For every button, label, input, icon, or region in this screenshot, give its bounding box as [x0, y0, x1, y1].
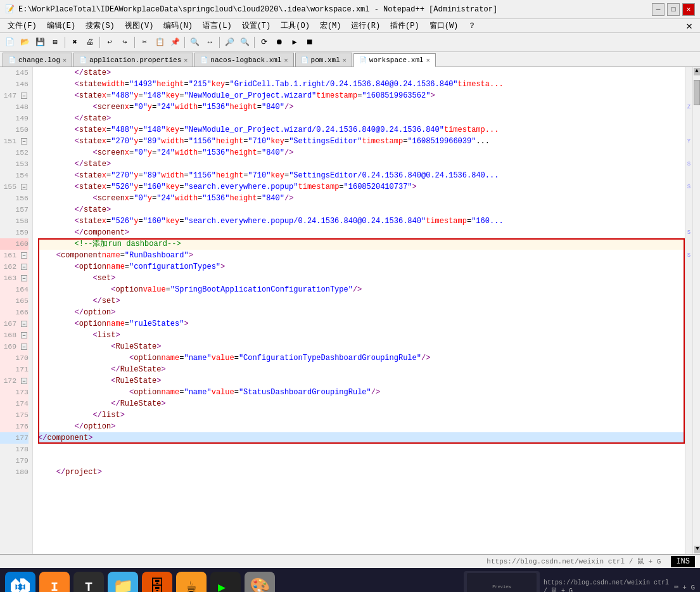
- ln-175: 175: [0, 409, 29, 421]
- collapse-161[interactable]: −: [21, 252, 27, 259]
- tab-pom-close[interactable]: ✕: [343, 56, 347, 64]
- tb-new[interactable]: 📄: [3, 35, 16, 49]
- taskbar: I T 📁 🗄 ☕ ▶_ 🎨 Preview https://blog.csdn…: [0, 568, 700, 592]
- ln-170: 170: [0, 352, 29, 364]
- tb-save[interactable]: 💾: [33, 35, 47, 49]
- tb-sep3: [134, 37, 135, 48]
- taskbar-java[interactable]: ☕: [176, 572, 207, 592]
- collapse-168[interactable]: −: [21, 332, 27, 338]
- menu-file[interactable]: 文件(F): [3, 19, 42, 32]
- menu-view[interactable]: 视图(V): [120, 19, 159, 32]
- tb-open[interactable]: 📂: [18, 35, 32, 49]
- code-line-146: <state width="1493" height="215" key="Gr…: [38, 79, 685, 90]
- tb-close[interactable]: ✖: [68, 35, 82, 49]
- taskbar-intellij[interactable]: I: [39, 572, 70, 592]
- menu-close-button[interactable]: ✕: [681, 20, 697, 32]
- editor-container: 145 146 147 − 148 149 150 151 − 152 153 …: [0, 67, 700, 554]
- collapse-172[interactable]: −: [21, 378, 27, 384]
- code-line-151: <state x="270" y="89" width="1156" heigh…: [38, 136, 685, 147]
- right-margin: Z Y S S S S: [685, 67, 692, 554]
- margin-y: Y: [685, 136, 692, 147]
- tb-zoom-in[interactable]: 🔎: [222, 35, 236, 49]
- scrollbar-thumb[interactable]: [694, 80, 700, 105]
- tb-stop[interactable]: ⏹: [303, 35, 317, 49]
- taskbar-files[interactable]: 📁: [108, 572, 138, 592]
- minimize-button[interactable]: —: [652, 3, 665, 16]
- menu-macro[interactable]: 宏(M): [315, 19, 347, 32]
- menu-window[interactable]: 窗口(W): [424, 19, 464, 32]
- tb-search[interactable]: 🔍: [188, 35, 201, 49]
- code-line-164: <option value="SpringBootApplicationConf…: [38, 284, 685, 295]
- ln-149: 149: [0, 113, 29, 124]
- tb-sep4: [184, 37, 185, 48]
- tb-rec[interactable]: ⏺: [272, 35, 286, 49]
- tb-redo[interactable]: ↪: [118, 35, 132, 49]
- code-line-156: <screen x="0" y="24" width="1536" height…: [38, 193, 685, 204]
- tb-paste[interactable]: 📌: [168, 35, 182, 49]
- collapse-167[interactable]: −: [21, 321, 27, 327]
- taskbar-typora[interactable]: T: [73, 572, 104, 592]
- close-button[interactable]: ✕: [682, 3, 695, 16]
- tb-save-all[interactable]: ⊞: [48, 35, 62, 49]
- tab-logback[interactable]: 📄 nacos-logback.xml ✕: [194, 53, 293, 67]
- menu-help[interactable]: ？: [463, 19, 481, 32]
- ln-157: 157: [0, 204, 29, 216]
- ln-154: 154: [0, 170, 29, 181]
- menu-run[interactable]: 运行(R): [346, 19, 385, 32]
- maximize-button[interactable]: □: [667, 3, 680, 16]
- code-line-145: </state>: [38, 67, 685, 79]
- vertical-scrollbar[interactable]: ▲ ▼: [692, 67, 700, 554]
- margin-s4: S: [685, 250, 692, 261]
- tb-undo[interactable]: ↩: [103, 35, 117, 49]
- status-bar: https://blog.csdn.net/weixin ctrl / 鼠 + …: [0, 554, 700, 568]
- menu-encoding[interactable]: 编码(N): [158, 19, 198, 32]
- collapse-169[interactable]: −: [21, 344, 27, 350]
- tb-play[interactable]: ▶: [288, 35, 302, 49]
- tab-appprops-close[interactable]: ✕: [184, 56, 188, 64]
- tb-replace[interactable]: ↔: [203, 35, 217, 49]
- tab-logback-close[interactable]: ✕: [284, 56, 288, 64]
- tb-copy[interactable]: 📋: [153, 35, 167, 49]
- menu-plugins[interactable]: 插件(P): [385, 19, 424, 32]
- ln-177: 177: [0, 432, 29, 444]
- collapse-162[interactable]: −: [21, 264, 27, 270]
- taskbar-vscode[interactable]: [5, 572, 35, 592]
- menu-bar: 文件(F) 编辑(E) 搜索(S) 视图(V) 编码(N) 语言(L) 设置(T…: [0, 19, 700, 33]
- tab-changelog-close[interactable]: ✕: [63, 56, 67, 64]
- collapse-147[interactable]: −: [21, 93, 27, 99]
- tab-workspace[interactable]: 📄 workspace.xml ✕: [353, 53, 436, 67]
- tab-appprops[interactable]: 📄 application.properties ✕: [73, 53, 193, 67]
- menu-edit[interactable]: 编辑(E): [42, 19, 81, 32]
- tb-zoom-out[interactable]: 🔍: [238, 35, 251, 49]
- tab-appprops-icon: 📄: [79, 56, 87, 64]
- ln-158: 158: [0, 216, 29, 227]
- ln-161: 161 −: [0, 250, 29, 261]
- code-line-180: </project>: [38, 467, 685, 478]
- code-line-177: </component>: [38, 432, 685, 444]
- code-line-158: <state x="526" y="160" key="search.every…: [38, 216, 685, 227]
- title-buttons: — □ ✕: [652, 3, 695, 16]
- tb-cut[interactable]: ✂: [137, 35, 151, 49]
- menu-settings[interactable]: 设置(T): [237, 19, 276, 32]
- tab-pom[interactable]: 📄 pom.xml ✕: [295, 53, 352, 67]
- menu-tools[interactable]: 工具(O): [276, 19, 315, 32]
- ln-168: 168 −: [0, 330, 29, 341]
- menu-search[interactable]: 搜索(S): [80, 19, 120, 32]
- tb-print[interactable]: 🖨: [83, 35, 97, 49]
- collapse-163[interactable]: −: [21, 275, 27, 281]
- taskbar-gimp[interactable]: 🎨: [245, 572, 275, 592]
- collapse-155[interactable]: −: [21, 184, 27, 190]
- menu-language[interactable]: 语言(L): [198, 19, 237, 32]
- taskbar-terminal[interactable]: ▶_: [210, 572, 241, 592]
- tab-changelog[interactable]: 📄 change.log ✕: [3, 53, 72, 67]
- code-line-172: <RuleState>: [38, 375, 685, 387]
- taskbar-dbtool[interactable]: 🗄: [142, 572, 172, 592]
- code-area[interactable]: </state> <state width="1493" height="215…: [33, 67, 685, 554]
- tb-sync[interactable]: ⟳: [257, 35, 271, 49]
- tab-workspace-close[interactable]: ✕: [426, 56, 430, 64]
- ln-147: 147 −: [0, 90, 29, 101]
- title-bar: 📝 E:\WorkPlaceTotal\IDEAWorkplaceData\sp…: [0, 0, 700, 19]
- collapse-151[interactable]: −: [21, 138, 27, 145]
- tab-pom-icon: 📄: [301, 56, 309, 64]
- margin-s2: S: [685, 181, 692, 193]
